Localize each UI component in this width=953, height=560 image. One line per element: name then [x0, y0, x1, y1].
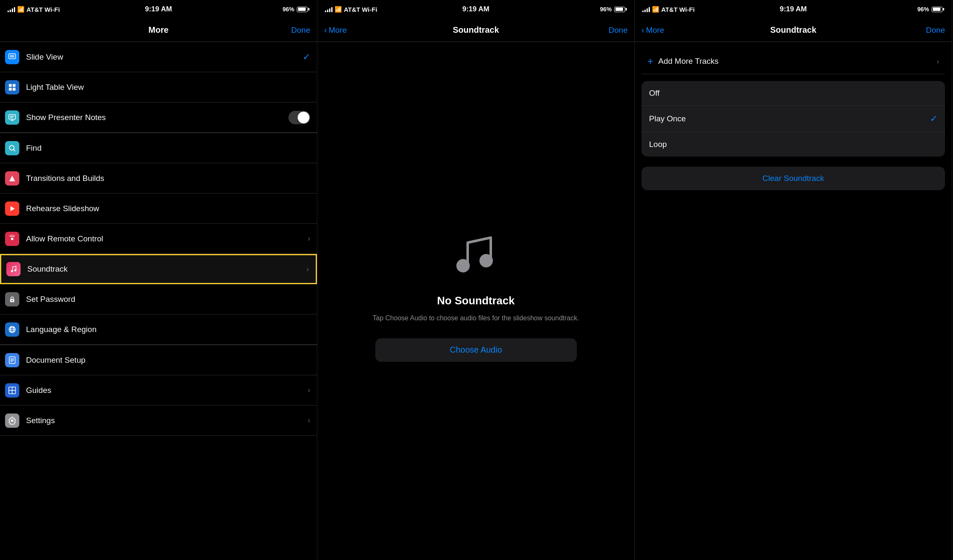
light-table-icon	[5, 80, 19, 94]
svg-marker-13	[9, 175, 15, 181]
add-tracks-row[interactable]: + Add More Tracks ›	[641, 49, 945, 74]
done-button-3[interactable]: Done	[926, 26, 945, 35]
back-label-3: More	[646, 26, 664, 35]
wifi-icon-3: 📶	[652, 6, 659, 13]
presenter-notes-label: Show Presenter Notes	[26, 113, 288, 122]
add-tracks-chevron: ›	[937, 57, 939, 66]
presenter-notes-toggle-knob	[298, 112, 309, 123]
add-tracks-label: Add More Tracks	[658, 57, 932, 66]
menu-item-remote[interactable]: Allow Remote Control ›	[0, 224, 317, 254]
rehearse-icon	[5, 201, 19, 216]
battery-pct-2: 96%	[600, 6, 612, 13]
presenter-notes-toggle[interactable]	[288, 111, 310, 124]
no-soundtrack-desc: Tap Choose Audio to choose audio files f…	[373, 313, 579, 323]
option-off-label: Off	[649, 89, 937, 98]
carrier-text-2: AT&T Wi-Fi	[344, 6, 377, 13]
svg-line-12	[14, 149, 16, 151]
remote-chevron: ›	[308, 234, 310, 243]
soundtrack-empty-content: No Soundtrack Tap Choose Audio to choose…	[317, 42, 634, 560]
option-play-once-label: Play Once	[649, 114, 930, 123]
remote-icon	[5, 232, 19, 246]
svg-point-17	[14, 270, 16, 272]
battery-pct-3: 96%	[917, 6, 929, 13]
menu-item-light-table[interactable]: Light Table View	[0, 72, 317, 102]
soundtrack-chevron: ›	[306, 265, 309, 274]
svg-rect-3	[13, 84, 16, 87]
menu-item-presenter-notes[interactable]: Show Presenter Notes	[0, 102, 317, 133]
password-icon	[5, 292, 19, 306]
password-label: Set Password	[26, 295, 310, 304]
signal-bars-1	[8, 7, 15, 12]
carrier-1: 📶 AT&T Wi-Fi	[8, 6, 60, 13]
back-button-3[interactable]: ‹ More	[641, 25, 664, 35]
nav-bar-2: ‹ More Soundtrack Done	[317, 18, 634, 42]
done-button-2[interactable]: Done	[609, 26, 628, 35]
time-1: 9:19 AM	[145, 5, 172, 13]
signal-bars-2	[325, 7, 333, 12]
transitions-label: Transitions and Builds	[26, 174, 310, 183]
play-options-group: Off Play Once ✓ Loop	[641, 81, 945, 157]
battery-icon-3	[932, 7, 944, 12]
choose-audio-label: Choose Audio	[450, 345, 502, 355]
option-loop[interactable]: Loop	[641, 132, 945, 157]
back-button-2[interactable]: ‹ More	[324, 25, 347, 35]
settings-label: Settings	[26, 416, 308, 425]
soundtrack-options-content: + Add More Tracks › Off Play Once ✓ Loop…	[635, 42, 952, 560]
slide-view-icon	[5, 50, 19, 64]
nav-bar-3: ‹ More Soundtrack Done	[635, 18, 952, 42]
back-chevron-2: ‹	[324, 25, 327, 35]
svg-rect-5	[13, 88, 16, 91]
panel-soundtrack-options: 📶 AT&T Wi-Fi 9:19 AM 96% ‹ More Soundtra…	[635, 0, 952, 560]
option-play-once[interactable]: Play Once ✓	[641, 106, 945, 132]
svg-point-16	[11, 270, 13, 272]
done-button-1[interactable]: Done	[291, 26, 310, 35]
menu-item-password[interactable]: Set Password	[0, 284, 317, 314]
menu-item-slide-view[interactable]: Slide View ✓	[0, 42, 317, 72]
clear-soundtrack-button[interactable]: Clear Soundtrack	[641, 167, 945, 190]
time-3: 9:19 AM	[780, 5, 807, 13]
soundtrack-label: Soundtrack	[27, 264, 306, 274]
status-bar-2: 📶 AT&T Wi-Fi 9:19 AM 96%	[317, 0, 634, 18]
menu-item-settings[interactable]: Settings ›	[0, 406, 317, 436]
clear-soundtrack-label: Clear Soundtrack	[762, 174, 824, 183]
nav-title-1: More	[149, 25, 169, 35]
no-soundtrack-title: No Soundtrack	[437, 294, 515, 307]
option-off[interactable]: Off	[641, 81, 945, 106]
document-setup-icon	[5, 353, 19, 367]
transitions-icon	[5, 171, 19, 186]
rehearse-label: Rehearse Slideshow	[26, 204, 310, 213]
menu-item-rehearse[interactable]: Rehearse Slideshow	[0, 194, 317, 224]
music-note-icon	[447, 224, 505, 283]
menu-item-transitions[interactable]: Transitions and Builds	[0, 163, 317, 194]
status-right-2: 96%	[600, 6, 627, 13]
document-setup-label: Document Setup	[26, 356, 310, 365]
settings-chevron: ›	[308, 416, 310, 425]
menu-item-find[interactable]: Find	[0, 133, 317, 163]
svg-rect-1	[10, 55, 14, 58]
back-chevron-3: ‹	[641, 25, 644, 35]
guides-chevron: ›	[308, 386, 310, 395]
menu-item-guides[interactable]: Guides ›	[0, 375, 317, 406]
presenter-notes-icon	[5, 110, 19, 125]
time-2: 9:19 AM	[462, 5, 490, 13]
svg-point-33	[479, 254, 493, 267]
add-tracks-plus-icon: +	[647, 55, 653, 67]
svg-rect-6	[9, 115, 16, 119]
svg-point-15	[11, 238, 13, 240]
language-icon	[5, 322, 19, 337]
svg-rect-2	[9, 84, 12, 87]
guides-label: Guides	[26, 386, 308, 395]
menu-item-document-setup[interactable]: Document Setup	[0, 345, 317, 375]
menu-list: Slide View ✓ Light Table View	[0, 42, 317, 560]
menu-item-language[interactable]: Language & Region	[0, 314, 317, 345]
nav-title-2: Soundtrack	[453, 25, 499, 35]
back-label-2: More	[329, 26, 347, 35]
status-bar-3: 📶 AT&T Wi-Fi 9:19 AM 96%	[635, 0, 952, 18]
choose-audio-button[interactable]: Choose Audio	[375, 338, 577, 362]
battery-icon-1	[297, 7, 309, 12]
slide-view-label: Slide View	[26, 52, 303, 62]
menu-item-soundtrack[interactable]: Soundtrack ›	[0, 254, 317, 284]
panel-more: 📶 AT&T Wi-Fi 9:19 AM 96% More Done Sli	[0, 0, 317, 560]
nav-bar-1: More Done	[0, 18, 317, 42]
svg-rect-4	[9, 88, 12, 91]
